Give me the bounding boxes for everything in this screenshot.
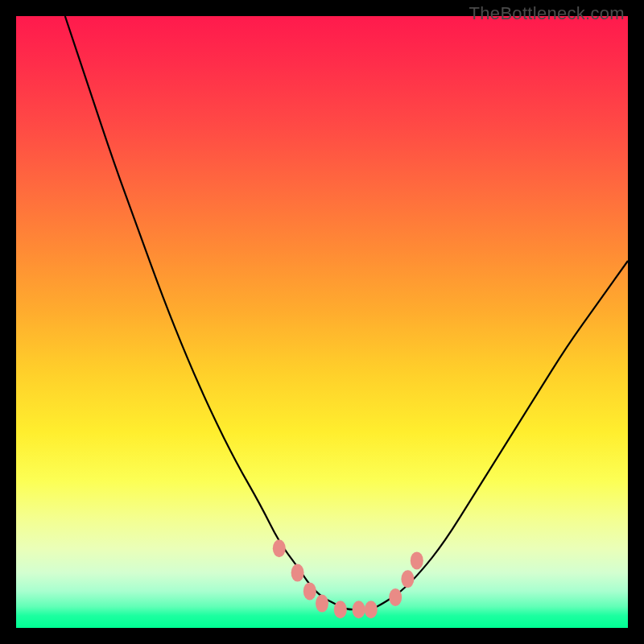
curve-layer (16, 16, 628, 628)
marker-point (291, 564, 304, 582)
marker-point (334, 601, 347, 618)
bottleneck-curve (65, 16, 628, 609)
chart-frame: TheBottleneck.com (0, 0, 644, 644)
watermark-text: TheBottleneck.com (469, 3, 625, 24)
marker-point (316, 595, 328, 613)
marker-point (353, 601, 365, 618)
marker-point (365, 601, 378, 618)
marker-point (411, 551, 423, 569)
marker-point (401, 570, 414, 588)
marker-point (303, 582, 316, 600)
plot-area (16, 16, 628, 628)
highlight-markers (273, 539, 423, 618)
marker-point (389, 588, 402, 606)
marker-point (273, 539, 286, 557)
